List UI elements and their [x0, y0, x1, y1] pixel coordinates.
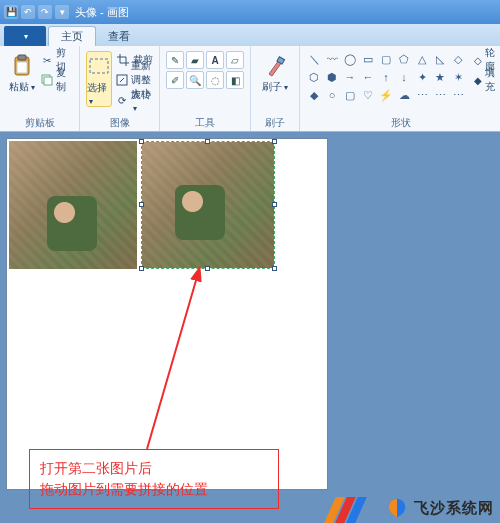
- pasted-image-2-selected[interactable]: [141, 141, 275, 269]
- zoom-tool-icon[interactable]: 🔍: [186, 71, 204, 89]
- svg-rect-4: [44, 77, 52, 85]
- pencil-tool-icon[interactable]: ✎: [166, 51, 184, 69]
- shape-rtriangle-icon[interactable]: ◺: [432, 51, 448, 67]
- svg-line-8: [147, 277, 197, 449]
- shape-cloud-icon[interactable]: ☁: [396, 87, 412, 103]
- selection-handle[interactable]: [272, 202, 277, 207]
- svg-rect-1: [18, 55, 26, 60]
- svg-rect-5: [90, 59, 108, 73]
- picker-tool-icon[interactable]: ✐: [166, 71, 184, 89]
- shape-hexagon-icon[interactable]: ⬢: [324, 69, 340, 85]
- save-icon[interactable]: 💾: [4, 5, 18, 19]
- shape-more1-icon[interactable]: ⋯: [414, 87, 430, 103]
- group-image-label: 图像: [86, 116, 153, 130]
- marquee-icon: [87, 55, 111, 79]
- shape-triangle-icon[interactable]: △: [414, 51, 430, 67]
- selection-handle[interactable]: [272, 139, 277, 144]
- outline-icon: ◇: [474, 55, 482, 66]
- redo-icon[interactable]: ↷: [38, 5, 52, 19]
- group-tools: ✎ ▰ A ▱ ✐ 🔍 ◌ ◧ 工具: [160, 46, 251, 131]
- shape-oval-icon[interactable]: ◯: [342, 51, 358, 67]
- group-clipboard-label: 剪贴板: [6, 116, 73, 130]
- annotation-line1: 打开第二张图片后: [40, 458, 268, 479]
- selection-handle[interactable]: [205, 266, 210, 271]
- selection-handle[interactable]: [205, 139, 210, 144]
- shape-polygon-icon[interactable]: ⬠: [396, 51, 412, 67]
- shape-arrowu-icon[interactable]: ↑: [378, 69, 394, 85]
- shape-callout3-icon[interactable]: ▢: [342, 87, 358, 103]
- brush-icon: [263, 54, 287, 78]
- shape-diamond-icon[interactable]: ◇: [450, 51, 466, 67]
- shape-bolt-icon[interactable]: ⚡: [378, 87, 394, 103]
- undo-icon[interactable]: ↶: [21, 5, 35, 19]
- shape-star5-icon[interactable]: ★: [432, 69, 448, 85]
- paste-label: 粘贴: [9, 80, 35, 94]
- eraser-tool-icon[interactable]: ▱: [226, 51, 244, 69]
- shape-star6-icon[interactable]: ✶: [450, 69, 466, 85]
- brush-label: 刷子: [262, 80, 288, 94]
- brush-button[interactable]: 刷子: [257, 51, 293, 94]
- group-brush: 刷子 刷子: [251, 46, 300, 131]
- shape-line-icon[interactable]: ＼: [306, 51, 322, 67]
- group-shapes: ＼ 〰 ◯ ▭ ▢ ⬠ △ ◺ ◇ ⬡ ⬢ → ← ↑ ↓ ✦ ★ ✶ ◆ ○: [300, 46, 500, 131]
- shape-roundrect-icon[interactable]: ▢: [378, 51, 394, 67]
- resize-button[interactable]: 重新调整大小: [116, 71, 153, 89]
- tab-view[interactable]: 查看: [96, 26, 142, 46]
- qat-dropdown-icon[interactable]: ▾: [55, 5, 69, 19]
- shape-curve-icon[interactable]: 〰: [324, 51, 340, 67]
- shape-arrowl-icon[interactable]: ←: [360, 69, 376, 85]
- shape-more3-icon[interactable]: ⋯: [450, 87, 466, 103]
- watermark: 飞沙系统网 www.fs0745.com: [386, 497, 494, 519]
- shape-callout1-icon[interactable]: ◆: [306, 87, 322, 103]
- selection-handle[interactable]: [139, 202, 144, 207]
- paste-button[interactable]: 粘贴: [6, 51, 37, 94]
- tool-extra1-icon[interactable]: ◌: [206, 71, 224, 89]
- pasted-image-1[interactable]: [9, 141, 137, 269]
- selection-handle[interactable]: [139, 139, 144, 144]
- shape-more2-icon[interactable]: ⋯: [432, 87, 448, 103]
- clipboard-icon: [10, 54, 34, 78]
- quick-access-toolbar: 💾 ↶ ↷ ▾: [4, 5, 69, 19]
- shape-star4-icon[interactable]: ✦: [414, 69, 430, 85]
- group-shapes-label: 形状: [306, 116, 495, 130]
- tool-extra2-icon[interactable]: ◧: [226, 71, 244, 89]
- selection-handle[interactable]: [272, 266, 277, 271]
- group-clipboard: 粘贴 ✂剪切 复制 剪贴板: [0, 46, 80, 131]
- annotation-box: 打开第二张图片后 拖动图片到需要拼接的位置: [29, 449, 279, 509]
- group-brush-label: 刷子: [257, 116, 293, 130]
- shape-arrowd-icon[interactable]: ↓: [396, 69, 412, 85]
- canvas[interactable]: 打开第二张图片后 拖动图片到需要拼接的位置: [6, 138, 328, 490]
- group-tools-label: 工具: [166, 116, 244, 130]
- rotate-icon: ⟳: [116, 93, 128, 107]
- select-label: 选择: [87, 81, 111, 106]
- bucket-tool-icon[interactable]: ▰: [186, 51, 204, 69]
- tab-home[interactable]: 主页: [48, 26, 96, 46]
- watermark-slashes: [330, 497, 370, 523]
- file-menu-button[interactable]: [4, 26, 46, 46]
- shape-heart-icon[interactable]: ♡: [360, 87, 376, 103]
- group-image: 选择 裁剪 重新调整大小 ⟳旋转 图像: [80, 46, 160, 131]
- copy-button[interactable]: 复制: [41, 71, 73, 89]
- select-button[interactable]: 选择: [86, 51, 112, 107]
- fill-icon: ◆: [474, 75, 482, 86]
- window-title: 头像 - 画图: [75, 5, 129, 20]
- selection-handle[interactable]: [139, 266, 144, 271]
- tool-grid: ✎ ▰ A ▱ ✐ 🔍 ◌ ◧: [166, 51, 244, 89]
- annotation-line2: 拖动图片到需要拼接的位置: [40, 479, 268, 500]
- resize-icon: [116, 73, 128, 87]
- text-tool-icon[interactable]: A: [206, 51, 224, 69]
- ribbon: 粘贴 ✂剪切 复制 剪贴板 选择 裁剪 重新调整大小 ⟳旋转 图像 ✎: [0, 46, 500, 132]
- shape-arrowr-icon[interactable]: →: [342, 69, 358, 85]
- shape-rect-icon[interactable]: ▭: [360, 51, 376, 67]
- scissors-icon: ✂: [41, 53, 53, 67]
- rotate-button[interactable]: ⟳旋转: [116, 91, 153, 109]
- watermark-logo-icon: [386, 497, 408, 519]
- shape-fill-button[interactable]: ◆填充: [474, 71, 495, 89]
- annotation-arrow: [67, 259, 267, 479]
- watermark-text: 飞沙系统网: [414, 499, 494, 518]
- copy-icon: [41, 73, 53, 87]
- shape-pentagon-icon[interactable]: ⬡: [306, 69, 322, 85]
- shape-gallery[interactable]: ＼ 〰 ◯ ▭ ▢ ⬠ △ ◺ ◇ ⬡ ⬢ → ← ↑ ↓ ✦ ★ ✶ ◆ ○: [306, 51, 466, 103]
- work-area: 打开第二张图片后 拖动图片到需要拼接的位置 飞沙系统网 www.fs0745.c…: [0, 132, 500, 523]
- shape-callout2-icon[interactable]: ○: [324, 87, 340, 103]
